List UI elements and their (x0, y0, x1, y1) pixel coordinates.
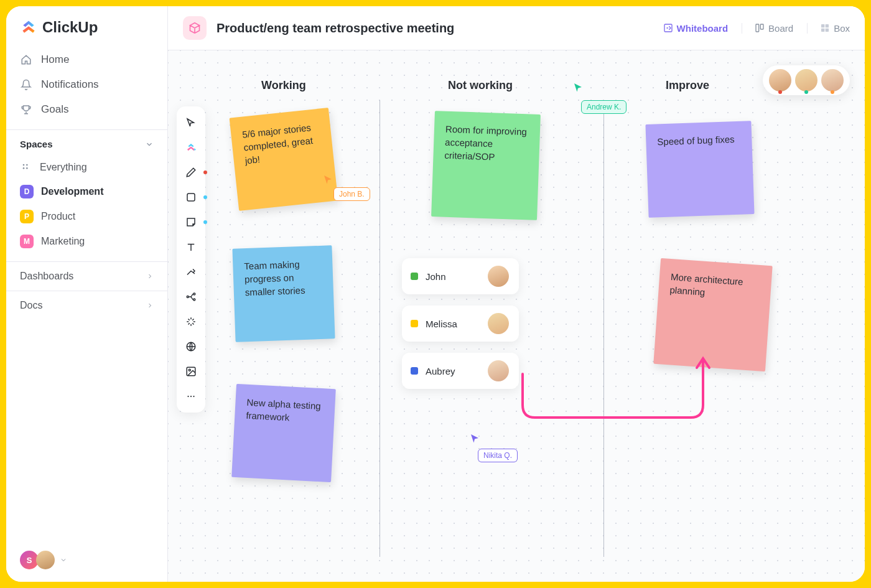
presence-avatar: .presence-av:nth-child(3)::after{backgro… (821, 69, 844, 91)
space-label: Development (41, 186, 103, 197)
svg-point-14 (193, 293, 195, 295)
svg-point-15 (193, 299, 195, 301)
nav-label: Home (41, 54, 69, 66)
svg-rect-12 (187, 194, 195, 201)
column-divider (603, 100, 604, 557)
svg-point-20 (190, 396, 192, 397)
nav-label: Goals (41, 103, 68, 116)
nav-home[interactable]: Home (6, 47, 167, 72)
sparkle-icon (185, 316, 197, 327)
user-card-name: Aubrey (426, 366, 455, 376)
chevron-down-icon (60, 556, 67, 564)
user-card[interactable]: John (402, 258, 519, 294)
svg-rect-5 (756, 24, 759, 32)
text-icon (185, 241, 197, 253)
connector-icon (185, 266, 197, 278)
pen-icon (185, 167, 197, 178)
tool-more[interactable] (180, 385, 202, 408)
user-card[interactable]: Aubrey (402, 353, 519, 389)
space-development[interactable]: D Development (6, 179, 167, 204)
svg-point-3 (26, 167, 28, 169)
sticky-note[interactable]: Team making progress on smaller stories (232, 245, 335, 342)
sticky-note[interactable]: More architecture planning (653, 258, 772, 371)
tool-text[interactable] (180, 236, 202, 258)
tool-branch[interactable] (180, 286, 202, 308)
tool-ai[interactable] (180, 310, 202, 333)
sticky-note[interactable]: Room for improving acceptance criteria/S… (431, 111, 541, 220)
space-label: Product (41, 211, 75, 222)
space-label: Everything (40, 162, 87, 173)
svg-rect-6 (760, 24, 763, 29)
column-header-working: Working (261, 79, 306, 92)
space-marketing[interactable]: M Marketing (6, 229, 167, 254)
svg-point-1 (26, 164, 28, 166)
page-icon (183, 16, 207, 40)
tab-whiteboard[interactable]: Whiteboard (651, 23, 729, 34)
tool-web[interactable] (180, 335, 202, 358)
svg-text:+: + (193, 147, 197, 152)
chevron-right-icon (146, 302, 154, 309)
view-tabs: Whiteboard Board Box (651, 23, 850, 34)
tab-label: Whiteboard (677, 23, 729, 34)
svg-rect-7 (821, 24, 824, 27)
presence-avatar: .presence-av:nth-child(1)::after{backgro… (769, 69, 791, 91)
user-footer[interactable]: S (6, 551, 167, 569)
cursor-label-john: John B. (333, 187, 370, 201)
user-card-name: Melissa (426, 319, 457, 329)
svg-rect-10 (826, 29, 829, 32)
app-frame: ClickUp Home Notifications Goals Spaces … (6, 6, 865, 582)
tab-board[interactable]: Board (742, 23, 793, 34)
square-icon (185, 192, 197, 203)
nav-notifications[interactable]: Notifications (6, 72, 167, 97)
space-badge: D (20, 185, 34, 198)
collapse-label: Dashboards (20, 271, 73, 282)
user-card-name: John (426, 271, 446, 282)
board-icon (755, 23, 765, 33)
tab-box[interactable]: Box (807, 23, 850, 34)
cursor-icon (469, 432, 480, 444)
docs-item[interactable]: Docs (6, 291, 167, 320)
svg-point-19 (187, 396, 189, 397)
user-card[interactable]: Melissa (402, 306, 519, 342)
sticky-note[interactable]: 5/6 major stories completed, great job! (230, 108, 338, 211)
topbar: Product/eng team retrospective meeting W… (168, 6, 865, 50)
sticky-note[interactable]: New alpha testing framework (231, 384, 336, 482)
tool-pointer[interactable] (180, 111, 202, 134)
tool-clickup[interactable]: + (180, 136, 202, 159)
cursor-icon (572, 82, 584, 93)
space-label: Marketing (41, 236, 85, 247)
logo-text: ClickUp (42, 19, 98, 36)
canvas[interactable]: Working Not working Improve 5/6 major st… (168, 50, 865, 582)
tool-note[interactable] (180, 211, 202, 233)
chevron-right-icon (146, 273, 154, 280)
trophy-icon (20, 103, 32, 116)
tool-image[interactable] (180, 360, 202, 383)
dashboards-item[interactable]: Dashboards (6, 261, 167, 291)
tool-pen[interactable] (180, 161, 202, 184)
nav-label: Notifications (41, 78, 99, 91)
presence-bar[interactable]: .presence-av:nth-child(1)::after{backgro… (763, 65, 850, 95)
avatar (488, 360, 509, 381)
status-dot (411, 273, 418, 280)
cube-icon (189, 22, 201, 34)
logo[interactable]: ClickUp (6, 19, 167, 47)
avatar (488, 266, 509, 287)
sticky-note[interactable]: Speed of bug fixes (645, 121, 754, 218)
space-product[interactable]: P Product (6, 204, 167, 229)
sidebar: ClickUp Home Notifications Goals Spaces … (6, 6, 168, 582)
svg-rect-8 (826, 24, 829, 27)
space-everything[interactable]: Everything (6, 156, 167, 179)
presence-avatar: .presence-av:nth-child(2)::after{backgro… (795, 69, 817, 91)
avatar (488, 313, 509, 334)
spaces-header[interactable]: Spaces (6, 129, 167, 156)
clickup-icon: + (185, 142, 197, 153)
tool-connector[interactable] (180, 261, 202, 283)
svg-point-0 (23, 164, 25, 166)
nav-goals[interactable]: Goals (6, 97, 167, 122)
toolbox: + (177, 106, 205, 413)
chevron-down-icon (145, 140, 154, 149)
image-icon (185, 366, 197, 377)
column-header-improve: Improve (666, 79, 709, 92)
spaces-header-label: Spaces (20, 139, 53, 149)
tool-shape[interactable] (180, 186, 202, 208)
